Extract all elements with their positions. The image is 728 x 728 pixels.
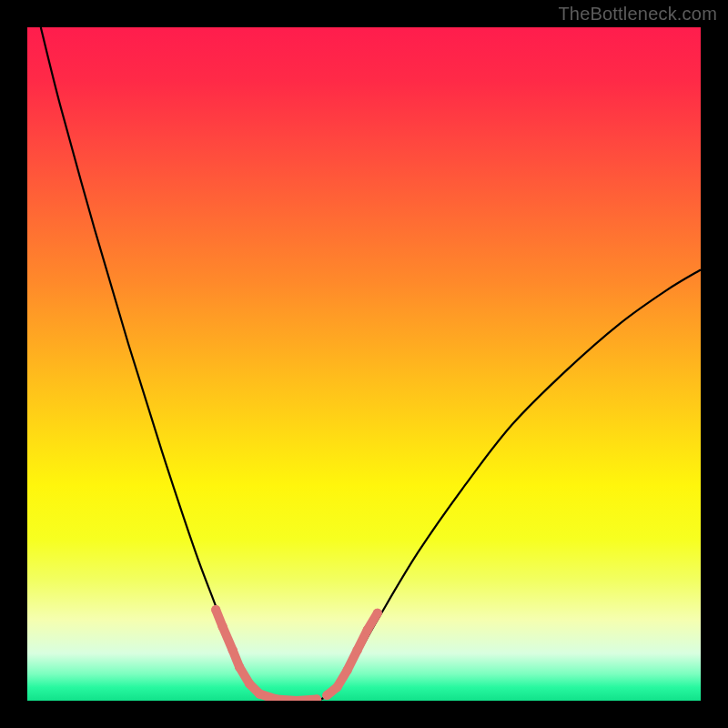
bead-dot [235, 662, 244, 672]
bead-dot [218, 622, 228, 632]
bead-dot [353, 646, 362, 655]
curve-right-arm [330, 269, 701, 693]
bead-markers-left [211, 605, 321, 701]
chart-frame: TheBottleneck.com [0, 0, 728, 728]
curve-left-arm [41, 27, 257, 694]
bead-dot [245, 680, 254, 689]
bead-dot [373, 609, 382, 618]
bead-dot [322, 691, 331, 700]
bead-dot [211, 605, 220, 614]
curve-overlay [27, 27, 701, 701]
plot-area [27, 27, 701, 701]
bead-dot [228, 646, 238, 655]
bead-markers-right [322, 609, 382, 700]
bead-dot [363, 625, 372, 634]
bead-dot [343, 666, 352, 675]
bottleneck-curve [41, 27, 701, 701]
watermark-text: TheBottleneck.com [558, 4, 717, 25]
bead-dot [255, 690, 264, 699]
bead-dot [332, 682, 341, 692]
